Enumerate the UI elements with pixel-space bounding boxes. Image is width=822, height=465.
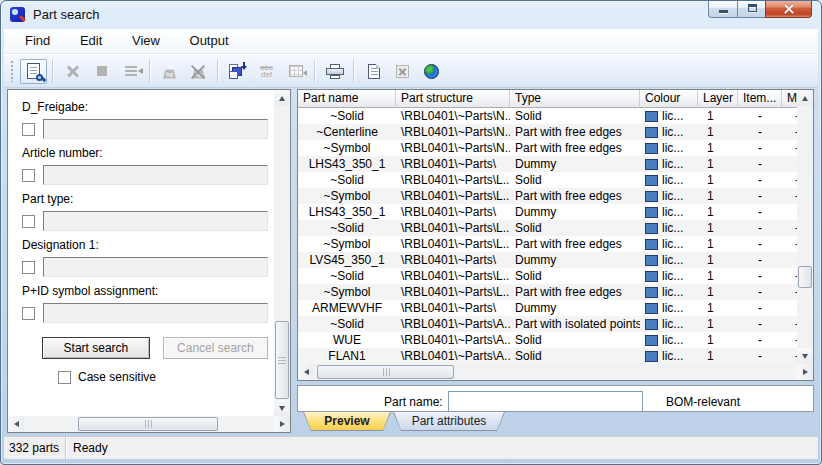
cell-layer: 1 xyxy=(698,156,738,172)
menu-output[interactable]: Output xyxy=(177,29,242,54)
document-report-button[interactable] xyxy=(360,59,387,84)
field-input[interactable] xyxy=(43,211,268,231)
cell-part-structure: \RBL0401\~Parts\N... xyxy=(396,140,510,156)
field-label: Part type: xyxy=(22,192,268,206)
toolbar xyxy=(4,54,818,88)
scroll-left-button[interactable] xyxy=(298,364,314,380)
field-checkbox[interactable] xyxy=(22,261,35,274)
cell-m: - xyxy=(782,236,797,252)
scroll-left-button[interactable] xyxy=(8,416,24,432)
table-body: ~Solid \RBL0401\~Parts\N... Solid lic...… xyxy=(298,108,797,364)
web-button[interactable] xyxy=(418,59,445,84)
menu-find[interactable]: Find xyxy=(12,29,63,54)
table-row[interactable]: WUE \RBL0401\~Parts\A... Solid lic... 1 … xyxy=(298,332,797,348)
cell-m: - xyxy=(782,140,797,156)
start-search-button[interactable]: Start search xyxy=(42,337,150,359)
table-row[interactable]: ~Solid \RBL0401\~Parts\N... Solid lic...… xyxy=(298,108,797,124)
preview-search-button[interactable] xyxy=(20,59,47,84)
search-panel-hscrollbar[interactable] xyxy=(8,416,290,432)
vscroll-thumb[interactable] xyxy=(798,266,812,288)
scroll-down-button[interactable] xyxy=(274,400,290,416)
part-name-input[interactable] xyxy=(448,391,643,412)
cell-colour: lic... xyxy=(640,316,698,332)
toolbar-separator xyxy=(149,60,151,82)
toolbar-separator xyxy=(314,60,316,82)
cell-layer: 1 xyxy=(698,124,738,140)
cell-colour: lic... xyxy=(640,204,698,220)
up-arrow-icon xyxy=(802,96,808,101)
colour-swatch xyxy=(645,223,658,234)
case-sensitive-checkbox[interactable] xyxy=(58,371,71,384)
maximize-icon xyxy=(748,4,757,12)
menu-edit[interactable]: Edit xyxy=(67,29,115,54)
column-header-m[interactable]: M... xyxy=(782,90,797,108)
append-to-list-icon xyxy=(125,66,137,76)
table-row[interactable]: ~Symbol \RBL0401\~Parts\L... Part with f… xyxy=(298,284,797,300)
cell-item: - xyxy=(738,204,782,220)
table-row[interactable]: ~Centerline \RBL0401\~Parts\N... Part wi… xyxy=(298,124,797,140)
maximize-button[interactable] xyxy=(737,0,766,18)
field-checkbox[interactable] xyxy=(22,123,35,136)
field-input[interactable] xyxy=(43,165,268,185)
search-panel-vscrollbar[interactable] xyxy=(274,90,290,416)
bom-relevant-label: BOM-relevant xyxy=(666,395,740,409)
hscroll-thumb[interactable] xyxy=(317,365,454,379)
print-button[interactable] xyxy=(321,59,348,84)
table-header: Part name Part structure Type Colour Lay… xyxy=(298,90,797,108)
scroll-right-button[interactable] xyxy=(274,416,290,432)
table-vscrollbar[interactable] xyxy=(797,90,813,364)
table-row[interactable]: ARMEWVHF \RBL0401\~Parts\ Dummy lic... 1… xyxy=(298,300,797,316)
title-bar[interactable]: Part search xyxy=(1,1,821,29)
cell-part-name: LVS45_350_1 xyxy=(298,252,396,268)
copy-windows-button[interactable] xyxy=(224,59,251,84)
column-header-layer[interactable]: Layer xyxy=(698,90,738,108)
tab-preview[interactable]: Preview xyxy=(303,412,391,431)
menu-view[interactable]: View xyxy=(119,29,173,54)
rename-button xyxy=(253,59,280,84)
table-row[interactable]: ~Solid \RBL0401\~Parts\L... Solid lic...… xyxy=(298,172,797,188)
scroll-up-button[interactable] xyxy=(274,90,290,106)
cell-type: Dummy xyxy=(510,300,640,316)
table-row[interactable]: ~Solid \RBL0401\~Parts\L... Solid lic...… xyxy=(298,268,797,284)
table-row[interactable]: LVS45_350_1 \RBL0401\~Parts\ Dummy lic..… xyxy=(298,252,797,268)
column-header-part-name[interactable]: Part name xyxy=(298,90,396,108)
cell-item: - xyxy=(738,124,782,140)
column-header-colour[interactable]: Colour xyxy=(640,90,698,108)
scroll-right-button[interactable] xyxy=(797,364,813,380)
table-row[interactable]: ~Symbol \RBL0401\~Parts\N... Part with f… xyxy=(298,140,797,156)
field-input[interactable] xyxy=(43,119,268,139)
vscroll-thumb[interactable] xyxy=(275,321,289,399)
cell-part-name: ~Solid xyxy=(298,108,396,124)
table-row[interactable]: ~Symbol \RBL0401\~Parts\L... Part with f… xyxy=(298,188,797,204)
hscroll-thumb[interactable] xyxy=(78,417,218,431)
field-input[interactable] xyxy=(43,303,268,323)
toolbar-gripper[interactable] xyxy=(10,60,15,82)
minimize-button[interactable] xyxy=(708,0,738,18)
field-checkbox[interactable] xyxy=(22,169,35,182)
colour-swatch xyxy=(645,271,658,282)
field-input[interactable] xyxy=(43,257,268,277)
column-header-part-structure[interactable]: Part structure xyxy=(396,90,510,108)
field-checkbox[interactable] xyxy=(22,215,35,228)
close-button[interactable] xyxy=(765,0,812,18)
field-checkbox[interactable] xyxy=(22,307,35,320)
column-header-type[interactable]: Type xyxy=(510,90,640,108)
scroll-up-button[interactable] xyxy=(797,90,813,106)
cell-m xyxy=(782,156,797,172)
table-row[interactable]: ~Solid \RBL0401\~Parts\A... Part with is… xyxy=(298,316,797,332)
table-row[interactable]: ~Symbol \RBL0401\~Parts\L... Part with f… xyxy=(298,236,797,252)
scroll-down-button[interactable] xyxy=(797,348,813,364)
table-row[interactable]: ~Solid \RBL0401\~Parts\L... Solid lic...… xyxy=(298,220,797,236)
table-row[interactable]: LHS43_350_1 \RBL0401\~Parts\ Dummy lic..… xyxy=(298,156,797,172)
column-header-item[interactable]: Item... xyxy=(738,90,782,108)
table-hscrollbar[interactable] xyxy=(298,364,813,380)
table-row[interactable]: LHS43_350_1 \RBL0401\~Parts\ Dummy lic..… xyxy=(298,204,797,220)
tab-part-attributes[interactable]: Part attributes xyxy=(393,412,505,431)
window-title: Part search xyxy=(33,7,99,22)
table-row[interactable]: FLAN1 \RBL0401\~Parts\A... Solid lic... … xyxy=(298,348,797,364)
results-area: Part name Part structure Type Colour Lay… xyxy=(297,89,814,432)
colour-swatch xyxy=(645,335,658,346)
delete-icon xyxy=(66,64,80,78)
left-arrow-icon xyxy=(304,369,309,375)
cell-type: Part with free edges xyxy=(510,284,640,300)
